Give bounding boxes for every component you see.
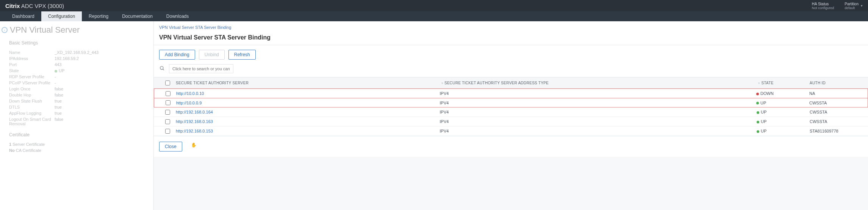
row-checkbox-cell bbox=[159, 129, 176, 134]
partition-value: default bbox=[845, 6, 859, 10]
row-sta-server[interactable]: http://192.168.0.164 bbox=[176, 110, 312, 114]
row-addr-type: IPV4 bbox=[440, 91, 629, 96]
close-button[interactable]: Close bbox=[159, 142, 182, 152]
nav-dashboard[interactable]: Dashboard bbox=[5, 11, 41, 21]
row-sta-server[interactable]: http://192.168.0.163 bbox=[176, 119, 312, 124]
ha-status-label: HA Status bbox=[812, 2, 829, 6]
cursor-icon: ✋ bbox=[191, 142, 197, 148]
nav-documentation[interactable]: Documentation bbox=[115, 11, 160, 21]
cert-ca[interactable]: No CA Certificate bbox=[0, 147, 153, 153]
col-state[interactable]: ▾ STATE bbox=[757, 81, 810, 85]
chevron-down-icon: ▾ bbox=[861, 4, 863, 8]
row-checkbox-cell bbox=[159, 110, 176, 115]
page-title: VPN Virtual Server bbox=[10, 25, 80, 35]
row-state: UP bbox=[757, 110, 810, 114]
row-checkbox[interactable] bbox=[165, 110, 170, 115]
field-name: Name_XD_192.168.59.2_443 bbox=[0, 49, 153, 55]
select-all-cell bbox=[159, 81, 176, 85]
dialog-title: VPN Virtual Server STA Server Binding bbox=[154, 32, 868, 45]
row-addr-type: IPV4 bbox=[440, 129, 629, 133]
sort-icon: ▾ bbox=[758, 81, 760, 85]
brand: Citrix ADC VPX (3000) bbox=[5, 3, 64, 9]
certificate-header: Certificate bbox=[9, 132, 153, 137]
row-addr-type: IPV4 bbox=[440, 119, 629, 124]
row-sta-server[interactable]: http://10.0.0.9 bbox=[176, 101, 313, 105]
field-login-once: Login Oncefalse bbox=[0, 86, 153, 92]
field-double-hop: Double Hopfalse bbox=[0, 92, 153, 98]
sort-icon: ▾ bbox=[441, 81, 443, 85]
field-ip: IPAddress192.168.59.2 bbox=[0, 55, 153, 62]
col-auth-id[interactable]: AUTH ID bbox=[810, 81, 863, 85]
row-auth-id: CWSSTA bbox=[810, 119, 863, 124]
row-auth-id: STA811609778 bbox=[810, 129, 863, 133]
row-state: DOWN bbox=[756, 91, 809, 96]
select-all-checkbox[interactable] bbox=[165, 81, 170, 85]
partition-selector[interactable]: Partition default ▾ bbox=[845, 2, 863, 10]
table-row[interactable]: http://10.0.0.10IPV4DOWNNA bbox=[154, 88, 868, 98]
refresh-button[interactable]: Refresh bbox=[228, 50, 256, 60]
row-checkbox[interactable] bbox=[166, 100, 170, 105]
col-addr-type[interactable]: ▾ SECURE TICKET AUTHORITY SERVER ADDRESS… bbox=[440, 81, 629, 85]
back-button[interactable]: ‹ VPN Virtual Server bbox=[2, 25, 153, 35]
table-row[interactable]: http://192.168.0.164IPV4UPCWSSTA bbox=[154, 107, 868, 117]
state-dot-icon bbox=[757, 121, 759, 123]
row-state: UP bbox=[756, 101, 809, 105]
brand-light: ADC VPX (3000) bbox=[20, 3, 64, 9]
field-dtls: DTLStrue bbox=[0, 104, 153, 110]
topbar: Citrix ADC VPX (3000) HA Status Not conf… bbox=[0, 0, 868, 11]
ha-status-value: Not configured bbox=[812, 6, 834, 10]
add-binding-button[interactable]: Add Binding bbox=[159, 50, 195, 60]
partition-label: Partition bbox=[845, 2, 859, 6]
sta-table: SECURE TICKET AUTHORITY SERVER ▾ SECURE … bbox=[154, 77, 868, 136]
row-state: UP bbox=[757, 119, 810, 124]
table-header: SECURE TICKET AUTHORITY SERVER ▾ SECURE … bbox=[154, 77, 868, 88]
nav-downloads[interactable]: Downloads bbox=[160, 11, 195, 21]
row-addr-type: IPV4 bbox=[440, 101, 629, 105]
state-dot-icon bbox=[757, 130, 759, 133]
field-down-state-flush: Down State Flushtrue bbox=[0, 98, 153, 104]
sta-binding-dialog: VPN Virtual Server STA Server Binding VP… bbox=[153, 21, 868, 210]
unbind-button[interactable]: Unbind bbox=[199, 50, 225, 60]
table-row[interactable]: http://192.168.0.153IPV4UPSTA811609778 bbox=[154, 126, 868, 136]
row-checkbox[interactable] bbox=[166, 91, 170, 96]
row-auth-id: NA bbox=[809, 91, 862, 96]
field-rdp: RDP Server Profile- bbox=[0, 74, 153, 80]
field-port: Port443 bbox=[0, 62, 153, 68]
ha-status[interactable]: HA Status Not configured bbox=[812, 2, 834, 10]
row-state: UP bbox=[757, 129, 810, 133]
nav-configuration[interactable]: Configuration bbox=[41, 11, 82, 21]
search-input[interactable] bbox=[169, 64, 233, 73]
state-dot-icon bbox=[55, 70, 57, 73]
row-checkbox[interactable] bbox=[165, 129, 170, 134]
basic-settings-header: Basic Settings bbox=[9, 40, 153, 46]
col-sta-server[interactable]: SECURE TICKET AUTHORITY SERVER bbox=[176, 81, 312, 85]
row-sta-server[interactable]: http://192.168.0.153 bbox=[176, 129, 312, 133]
search-icon bbox=[159, 66, 165, 72]
field-pcoip: PCoIP VServer Profile- bbox=[0, 80, 153, 86]
search-row bbox=[154, 63, 868, 77]
row-checkbox-cell bbox=[160, 91, 176, 96]
row-checkbox[interactable] bbox=[165, 119, 170, 124]
field-appflow: AppFlow Loggingtrue bbox=[0, 110, 153, 116]
row-addr-type: IPV4 bbox=[440, 110, 629, 114]
topbar-right: HA Status Not configured Partition defau… bbox=[812, 2, 863, 10]
svg-line-1 bbox=[163, 69, 164, 70]
field-logout-smartcard: Logout On Smart Card Removalfalse bbox=[0, 116, 153, 127]
table-row[interactable]: http://10.0.0.9IPV4UPCWSSTA bbox=[154, 98, 868, 107]
state-dot-icon bbox=[757, 111, 759, 114]
left-panel: ‹ VPN Virtual Server Basic Settings Name… bbox=[0, 21, 153, 210]
breadcrumb[interactable]: VPN Virtual Server STA Server Binding bbox=[154, 21, 868, 32]
row-auth-id: CWSSTA bbox=[809, 101, 862, 105]
table-row[interactable]: http://192.168.0.163IPV4UPCWSSTA bbox=[154, 117, 868, 126]
row-auth-id: CWSSTA bbox=[810, 110, 863, 114]
field-state: StateUP bbox=[0, 68, 153, 74]
nav-reporting[interactable]: Reporting bbox=[82, 11, 115, 21]
cert-server[interactable]: 1 Server Certificate bbox=[0, 141, 153, 147]
dialog-footer: Close ✋ bbox=[154, 136, 868, 157]
row-checkbox-cell bbox=[159, 119, 176, 124]
brand-strong: Citrix bbox=[5, 3, 20, 9]
nav-tabs: Dashboard Configuration Reporting Docume… bbox=[0, 11, 868, 21]
row-checkbox-cell bbox=[160, 100, 176, 105]
row-sta-server[interactable]: http://10.0.0.10 bbox=[176, 91, 313, 96]
toolbar: Add Binding Unbind Refresh bbox=[154, 45, 868, 63]
